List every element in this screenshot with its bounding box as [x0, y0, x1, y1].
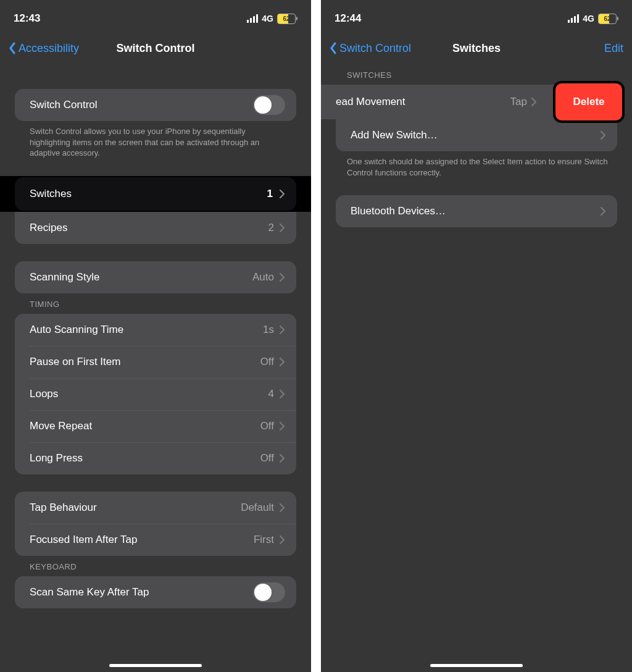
- chevron-right-icon: [279, 453, 285, 463]
- switch-control-description: Switch Control allows you to use your iP…: [0, 121, 311, 159]
- scanning-style-label: Scanning Style: [30, 271, 252, 284]
- chevron-right-icon: [279, 503, 285, 513]
- nav-bar: Accessibility Switch Control: [0, 32, 311, 64]
- bluetooth-devices-label: Bluetooth Devices…: [351, 205, 600, 217]
- focused-item-value: First: [254, 534, 274, 546]
- status-time: 12:43: [14, 12, 40, 25]
- tap-behaviour-label: Tap Behaviour: [30, 502, 241, 514]
- chevron-right-icon: [279, 535, 285, 545]
- scanning-style-row[interactable]: Scanning Style Auto: [15, 261, 296, 293]
- auto-scanning-time-label: Auto Scanning Time: [30, 324, 263, 336]
- switch-control-toggle-label: Switch Control: [30, 99, 253, 111]
- scan-same-key-row[interactable]: Scan Same Key After Tap: [15, 576, 296, 608]
- move-repeat-row[interactable]: Move Repeat Off: [15, 410, 296, 442]
- auto-scanning-time-value: 1s: [263, 324, 274, 336]
- chevron-right-icon: [279, 357, 285, 367]
- switch-control-toggle-row[interactable]: Switch Control: [15, 89, 296, 121]
- focused-item-label: Focused Item After Tap: [30, 534, 254, 546]
- timing-header: TIMING: [0, 293, 311, 314]
- recipes-label: Recipes: [30, 222, 268, 234]
- phone-right-switches: 12:44 4G 62 Switch Control Switches Edit…: [321, 0, 632, 672]
- switches-row[interactable]: Switches 1: [0, 176, 311, 212]
- loops-value: 4: [268, 388, 274, 400]
- head-movement-switch-row[interactable]: ead Movement Tap Delete: [336, 85, 617, 119]
- tap-behaviour-row[interactable]: Tap Behaviour Default: [15, 492, 296, 524]
- pause-first-item-row[interactable]: Pause on First Item Off: [15, 346, 296, 378]
- add-new-switch-label: Add New Switch…: [351, 129, 600, 141]
- switches-header: SWITCHES: [321, 64, 632, 85]
- home-indicator[interactable]: [109, 664, 202, 667]
- home-indicator[interactable]: [430, 664, 523, 667]
- switches-count: 1: [267, 188, 273, 200]
- chevron-right-icon: [279, 223, 285, 233]
- network-label: 4G: [583, 14, 594, 23]
- pause-first-item-value: Off: [260, 356, 274, 368]
- loops-row[interactable]: Loops 4: [15, 378, 296, 410]
- phone-left-switch-control: 12:43 4G 62 Accessibility Switch Control…: [0, 0, 311, 672]
- back-button[interactable]: Switch Control: [330, 42, 411, 55]
- head-movement-action: Tap: [510, 96, 527, 108]
- nav-bar: Switch Control Switches Edit: [321, 32, 632, 64]
- chevron-right-icon: [279, 389, 285, 399]
- chevron-right-icon: [279, 189, 285, 199]
- long-press-value: Off: [260, 452, 274, 464]
- bluetooth-devices-row[interactable]: Bluetooth Devices…: [336, 195, 617, 227]
- move-repeat-value: Off: [260, 420, 274, 432]
- back-button[interactable]: Accessibility: [9, 42, 79, 55]
- long-press-row[interactable]: Long Press Off: [15, 442, 296, 474]
- chevron-right-icon: [600, 130, 606, 140]
- head-movement-label: ead Movement: [336, 96, 510, 108]
- signal-icon: [568, 14, 579, 23]
- toggle-off[interactable]: [253, 95, 285, 115]
- pause-first-item-label: Pause on First Item: [30, 356, 260, 368]
- back-label: Switch Control: [339, 42, 411, 55]
- focused-item-after-tap-row[interactable]: Focused Item After Tap First: [15, 524, 296, 556]
- status-time: 12:44: [335, 12, 361, 25]
- long-press-label: Long Press: [30, 452, 260, 464]
- network-label: 4G: [262, 14, 273, 23]
- chevron-left-icon: [330, 42, 337, 54]
- keyboard-header: KEYBOARD: [0, 556, 311, 576]
- tap-behaviour-value: Default: [241, 502, 274, 514]
- auto-scanning-time-row[interactable]: Auto Scanning Time 1s: [15, 314, 296, 346]
- status-bar: 12:43 4G 62: [0, 0, 311, 32]
- chevron-right-icon: [531, 97, 537, 107]
- recipes-row[interactable]: Recipes 2: [15, 212, 296, 244]
- add-new-switch-row[interactable]: Add New Switch…: [336, 119, 617, 151]
- chevron-right-icon: [279, 325, 285, 335]
- toggle-off[interactable]: [253, 582, 285, 602]
- chevron-left-icon: [9, 42, 16, 54]
- move-repeat-label: Move Repeat: [30, 420, 260, 432]
- signal-icon: [247, 14, 258, 23]
- status-bar: 12:44 4G 62: [321, 0, 632, 32]
- switches-label: Switches: [30, 188, 267, 200]
- scanning-style-value: Auto: [252, 271, 274, 284]
- chevron-right-icon: [279, 421, 285, 431]
- chevron-right-icon: [600, 206, 606, 216]
- back-label: Accessibility: [19, 42, 79, 55]
- recipes-count: 2: [268, 222, 274, 234]
- loops-label: Loops: [30, 388, 268, 400]
- switches-footer: One switch should be assigned to the Sel…: [321, 151, 632, 178]
- edit-button[interactable]: Edit: [604, 42, 623, 55]
- delete-button[interactable]: Delete: [555, 83, 622, 120]
- scan-same-key-label: Scan Same Key After Tap: [30, 586, 253, 598]
- battery-icon: 62: [598, 14, 618, 24]
- battery-icon: 62: [277, 14, 297, 24]
- chevron-right-icon: [279, 272, 285, 282]
